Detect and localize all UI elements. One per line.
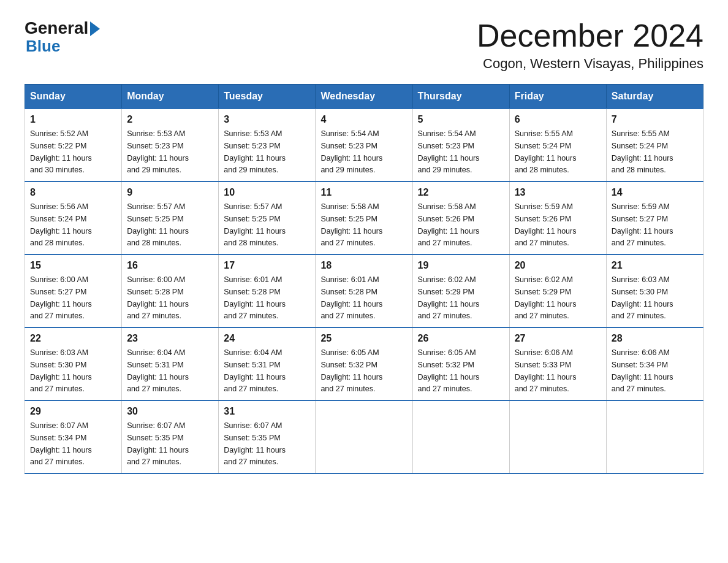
table-row: 27 Sunrise: 6:06 AMSunset: 5:33 PMDaylig… (509, 327, 606, 400)
header-sunday: Sunday (25, 85, 122, 109)
table-row (606, 400, 703, 473)
day-number: 1 (30, 114, 116, 125)
table-row (316, 400, 412, 473)
table-row: 28 Sunrise: 6:06 AMSunset: 5:34 PMDaylig… (606, 327, 703, 400)
day-number: 12 (418, 187, 504, 198)
table-row: 30 Sunrise: 6:07 AMSunset: 5:35 PMDaylig… (122, 400, 219, 473)
day-info: Sunrise: 6:00 AMSunset: 5:28 PMDaylight:… (127, 275, 189, 320)
day-headers-row: Sunday Monday Tuesday Wednesday Thursday… (25, 85, 703, 109)
week-row-4: 22 Sunrise: 6:03 AMSunset: 5:30 PMDaylig… (25, 327, 703, 400)
table-row: 13 Sunrise: 5:59 AMSunset: 5:26 PMDaylig… (509, 182, 606, 255)
table-row: 15 Sunrise: 6:00 AMSunset: 5:27 PMDaylig… (25, 255, 122, 327)
day-number: 23 (127, 333, 213, 344)
day-number: 27 (515, 333, 601, 344)
day-number: 6 (515, 114, 601, 125)
table-row: 14 Sunrise: 5:59 AMSunset: 5:27 PMDaylig… (606, 182, 703, 255)
day-number: 3 (224, 114, 310, 125)
day-info: Sunrise: 5:53 AMSunset: 5:23 PMDaylight:… (224, 129, 286, 174)
day-info: Sunrise: 5:55 AMSunset: 5:24 PMDaylight:… (515, 129, 577, 174)
logo-general-text: General (25, 18, 88, 38)
table-row: 17 Sunrise: 6:01 AMSunset: 5:28 PMDaylig… (219, 255, 316, 327)
table-row: 31 Sunrise: 6:07 AMSunset: 5:35 PMDaylig… (219, 400, 316, 473)
week-row-3: 15 Sunrise: 6:00 AMSunset: 5:27 PMDaylig… (25, 255, 703, 327)
day-info: Sunrise: 5:54 AMSunset: 5:23 PMDaylight:… (320, 129, 382, 174)
day-info: Sunrise: 6:05 AMSunset: 5:32 PMDaylight:… (320, 348, 382, 393)
day-info: Sunrise: 6:01 AMSunset: 5:28 PMDaylight:… (224, 275, 286, 320)
day-number: 24 (224, 333, 310, 344)
table-row: 9 Sunrise: 5:57 AMSunset: 5:25 PMDayligh… (122, 182, 219, 255)
day-number: 30 (127, 406, 213, 417)
day-info: Sunrise: 6:00 AMSunset: 5:27 PMDaylight:… (30, 275, 92, 320)
header-tuesday: Tuesday (219, 85, 316, 109)
day-number: 9 (127, 187, 213, 198)
day-info: Sunrise: 6:02 AMSunset: 5:29 PMDaylight:… (418, 275, 480, 320)
table-row: 7 Sunrise: 5:55 AMSunset: 5:24 PMDayligh… (606, 109, 703, 182)
day-info: Sunrise: 5:57 AMSunset: 5:25 PMDaylight:… (127, 202, 189, 247)
day-info: Sunrise: 5:59 AMSunset: 5:27 PMDaylight:… (612, 202, 673, 247)
day-number: 14 (612, 187, 698, 198)
day-info: Sunrise: 6:07 AMSunset: 5:35 PMDaylight:… (224, 421, 286, 466)
page-header: General Blue December 2024 Cogon, Wester… (25, 18, 703, 72)
location-subtitle: Cogon, Western Visayas, Philippines (477, 56, 703, 72)
day-number: 18 (320, 260, 407, 271)
day-info: Sunrise: 5:57 AMSunset: 5:25 PMDaylight:… (224, 202, 286, 247)
title-section: December 2024 Cogon, Western Visayas, Ph… (477, 18, 703, 72)
day-info: Sunrise: 5:59 AMSunset: 5:26 PMDaylight:… (515, 202, 577, 247)
day-info: Sunrise: 6:06 AMSunset: 5:34 PMDaylight:… (612, 348, 673, 393)
day-info: Sunrise: 6:07 AMSunset: 5:34 PMDaylight:… (30, 421, 92, 466)
day-info: Sunrise: 5:53 AMSunset: 5:23 PMDaylight:… (127, 129, 189, 174)
table-row (412, 400, 509, 473)
day-number: 15 (30, 260, 116, 271)
day-info: Sunrise: 6:05 AMSunset: 5:32 PMDaylight:… (418, 348, 480, 393)
day-info: Sunrise: 6:04 AMSunset: 5:31 PMDaylight:… (224, 348, 286, 393)
logo: General Blue (25, 18, 100, 56)
table-row: 21 Sunrise: 6:03 AMSunset: 5:30 PMDaylig… (606, 255, 703, 327)
table-row: 12 Sunrise: 5:58 AMSunset: 5:26 PMDaylig… (412, 182, 509, 255)
day-info: Sunrise: 6:07 AMSunset: 5:35 PMDaylight:… (127, 421, 189, 466)
day-number: 28 (612, 333, 698, 344)
day-info: Sunrise: 6:03 AMSunset: 5:30 PMDaylight:… (30, 348, 92, 393)
table-row: 2 Sunrise: 5:53 AMSunset: 5:23 PMDayligh… (122, 109, 219, 182)
header-wednesday: Wednesday (316, 85, 412, 109)
day-info: Sunrise: 6:02 AMSunset: 5:29 PMDaylight:… (515, 275, 577, 320)
table-row: 8 Sunrise: 5:56 AMSunset: 5:24 PMDayligh… (25, 182, 122, 255)
table-row: 26 Sunrise: 6:05 AMSunset: 5:32 PMDaylig… (412, 327, 509, 400)
logo-line1: General (25, 18, 100, 38)
day-number: 20 (515, 260, 601, 271)
day-number: 19 (418, 260, 504, 271)
day-info: Sunrise: 5:54 AMSunset: 5:23 PMDaylight:… (418, 129, 480, 174)
header-friday: Friday (509, 85, 606, 109)
day-number: 31 (224, 406, 310, 417)
table-row: 20 Sunrise: 6:02 AMSunset: 5:29 PMDaylig… (509, 255, 606, 327)
header-thursday: Thursday (412, 85, 509, 109)
table-row: 23 Sunrise: 6:04 AMSunset: 5:31 PMDaylig… (122, 327, 219, 400)
day-number: 5 (418, 114, 504, 125)
day-number: 8 (30, 187, 116, 198)
day-number: 11 (320, 187, 407, 198)
table-row: 22 Sunrise: 6:03 AMSunset: 5:30 PMDaylig… (25, 327, 122, 400)
table-row: 1 Sunrise: 5:52 AMSunset: 5:22 PMDayligh… (25, 109, 122, 182)
week-row-2: 8 Sunrise: 5:56 AMSunset: 5:24 PMDayligh… (25, 182, 703, 255)
day-number: 10 (224, 187, 310, 198)
day-number: 13 (515, 187, 601, 198)
table-row: 29 Sunrise: 6:07 AMSunset: 5:34 PMDaylig… (25, 400, 122, 473)
header-monday: Monday (122, 85, 219, 109)
day-info: Sunrise: 5:52 AMSunset: 5:22 PMDaylight:… (30, 129, 92, 174)
day-info: Sunrise: 6:04 AMSunset: 5:31 PMDaylight:… (127, 348, 189, 393)
table-row: 10 Sunrise: 5:57 AMSunset: 5:25 PMDaylig… (219, 182, 316, 255)
day-info: Sunrise: 5:58 AMSunset: 5:26 PMDaylight:… (418, 202, 480, 247)
day-info: Sunrise: 6:03 AMSunset: 5:30 PMDaylight:… (612, 275, 673, 320)
table-row: 5 Sunrise: 5:54 AMSunset: 5:23 PMDayligh… (412, 109, 509, 182)
day-number: 17 (224, 260, 310, 271)
day-info: Sunrise: 6:06 AMSunset: 5:33 PMDaylight:… (515, 348, 577, 393)
week-row-5: 29 Sunrise: 6:07 AMSunset: 5:34 PMDaylig… (25, 400, 703, 473)
header-saturday: Saturday (606, 85, 703, 109)
month-title: December 2024 (477, 18, 703, 53)
day-number: 2 (127, 114, 213, 125)
calendar-table: Sunday Monday Tuesday Wednesday Thursday… (25, 84, 703, 474)
day-info: Sunrise: 6:01 AMSunset: 5:28 PMDaylight:… (320, 275, 382, 320)
table-row: 24 Sunrise: 6:04 AMSunset: 5:31 PMDaylig… (219, 327, 316, 400)
table-row: 11 Sunrise: 5:58 AMSunset: 5:25 PMDaylig… (316, 182, 412, 255)
day-number: 21 (612, 260, 698, 271)
day-number: 7 (612, 114, 698, 125)
